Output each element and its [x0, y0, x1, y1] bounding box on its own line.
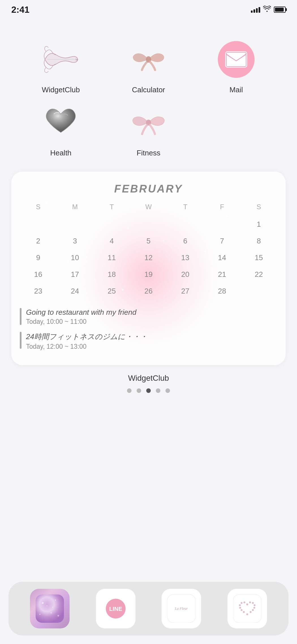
svg-rect-17 — [233, 594, 261, 623]
page-dot-3-active[interactable] — [146, 388, 151, 393]
fitness-icon — [126, 100, 171, 145]
cal-day-28[interactable]: 28 — [204, 283, 240, 299]
dock: LINE La Fleur — [8, 582, 289, 636]
mail-app[interactable]: Mail — [192, 34, 280, 97]
dock-app-glitter[interactable] — [30, 589, 70, 628]
event-content-1: Going to restaurant with my friend Today… — [26, 308, 136, 326]
svg-rect-4 — [36, 594, 64, 623]
health-app[interactable]: Health — [17, 97, 105, 160]
cal-day-14[interactable]: 14 — [204, 249, 240, 266]
svg-point-22 — [239, 607, 241, 609]
cal-day-16-today[interactable]: 16 — [20, 266, 57, 283]
dock-app-line[interactable]: LINE — [96, 589, 135, 628]
svg-point-19 — [244, 602, 245, 603]
calendar-header: S M T W T F S — [20, 201, 277, 213]
battery-icon — [274, 7, 286, 13]
calendar-events: Going to restaurant with my friend Today… — [20, 308, 277, 350]
cal-week-3: 9 10 11 12 13 14 15 — [20, 249, 277, 266]
weekday-sun: S — [20, 201, 57, 213]
cal-day-21[interactable]: 21 — [204, 266, 240, 283]
page-dot-1[interactable] — [127, 388, 132, 393]
cal-day-6[interactable]: 6 — [167, 233, 204, 249]
svg-point-6 — [55, 600, 56, 601]
event-title-2: 24時間フィットネスのジムに・・・ — [26, 332, 147, 342]
wifi-icon — [263, 6, 271, 14]
cal-day-26[interactable]: 26 — [130, 283, 167, 299]
cal-day-13[interactable]: 13 — [167, 249, 204, 266]
cal-day — [130, 216, 167, 233]
app-grid: WidgetClub Calculator — [0, 23, 297, 166]
dock-app-lafleur[interactable]: La Fleur — [162, 589, 201, 628]
svg-point-26 — [250, 611, 251, 613]
cal-day-2[interactable]: 2 — [20, 233, 57, 249]
svg-point-9 — [57, 615, 59, 617]
weekday-thu: T — [167, 201, 204, 213]
svg-point-31 — [249, 602, 251, 603]
cal-day-5[interactable]: 5 — [130, 233, 167, 249]
cal-day-1[interactable]: 1 — [240, 216, 277, 233]
status-time: 2:41 — [11, 5, 29, 15]
cal-day — [57, 216, 93, 233]
cal-day-3[interactable]: 3 — [57, 233, 93, 249]
event-time-1: Today, 10:00 ~ 11:00 — [26, 318, 136, 326]
svg-point-25 — [246, 613, 248, 615]
svg-point-30 — [252, 602, 254, 604]
calendar-month: FEBRUARY — [20, 183, 277, 195]
event-content-2: 24時間フィットネスのジムに・・・ Today, 12:00 ~ 13:00 — [26, 332, 147, 350]
status-icons — [251, 6, 286, 14]
calendar-widget: ✦ ✦ ✦ ✦ ✦ ✦ ✦ ✦ ✦ ✦ ✦ ✦ FEBRUARY S M T W… — [11, 172, 286, 365]
calculator-app[interactable]: Calculator — [105, 34, 192, 97]
fitness-app[interactable]: Fitness — [105, 97, 192, 160]
page-dots — [0, 388, 297, 393]
cal-day-12[interactable]: 12 — [130, 249, 167, 266]
cal-day — [20, 216, 57, 233]
cal-day-23[interactable]: 23 — [20, 283, 57, 299]
cal-week-5: 23 24 25 26 27 28 — [20, 283, 277, 299]
calculator-label: Calculator — [132, 85, 165, 94]
page-dot-2[interactable] — [137, 388, 141, 393]
cal-day-20[interactable]: 20 — [167, 266, 204, 283]
cal-day — [167, 216, 204, 233]
cal-day-10[interactable]: 10 — [57, 249, 93, 266]
event-bar-1 — [20, 308, 21, 325]
cal-day-22[interactable]: 22 — [240, 266, 277, 283]
weekday-fri: F — [204, 201, 240, 213]
weekday-sat: S — [240, 201, 277, 213]
health-icon — [38, 100, 83, 145]
svg-point-7 — [51, 612, 52, 614]
cal-day-11[interactable]: 11 — [93, 249, 130, 266]
cal-day-19[interactable]: 19 — [130, 266, 167, 283]
cal-day-27[interactable]: 27 — [167, 283, 204, 299]
cal-day — [93, 216, 130, 233]
cal-week-4: 16 17 18 19 20 21 22 — [20, 266, 277, 283]
cal-day-7[interactable]: 7 — [204, 233, 240, 249]
svg-point-24 — [243, 611, 245, 613]
cal-day-24[interactable]: 24 — [57, 283, 93, 299]
event-title-1: Going to restaurant with my friend — [26, 308, 136, 317]
svg-point-8 — [39, 614, 40, 615]
calculator-icon — [126, 37, 171, 82]
event-1[interactable]: Going to restaurant with my friend Today… — [20, 308, 277, 326]
cal-day-15[interactable]: 15 — [240, 249, 277, 266]
cal-day-18[interactable]: 18 — [93, 266, 130, 283]
cal-day-9[interactable]: 9 — [20, 249, 57, 266]
weekday-tue: T — [93, 201, 130, 213]
svg-text:La Fleur: La Fleur — [175, 606, 188, 611]
cal-day-8[interactable]: 8 — [240, 233, 277, 249]
svg-point-23 — [241, 609, 242, 611]
widgetclub-app[interactable]: WidgetClub — [17, 34, 105, 97]
cal-day-4[interactable]: 4 — [93, 233, 130, 249]
svg-point-11 — [52, 607, 53, 608]
event-2[interactable]: 24時間フィットネスのジムに・・・ Today, 12:00 ~ 13:00 — [20, 332, 277, 350]
cal-week-2: 2 3 4 5 6 7 8 — [20, 233, 277, 249]
page-dot-5[interactable] — [165, 388, 170, 393]
widgetclub-icon — [38, 37, 83, 82]
page-dot-4[interactable] — [156, 388, 160, 393]
cal-week-1: 1 — [20, 216, 277, 233]
calendar-grid: S M T W T F S 1 2 3 4 5 6 7 8 — [20, 201, 277, 299]
dock-app-heart-pearl[interactable] — [227, 589, 267, 628]
widgetclub-footer-label: WidgetClub — [0, 374, 297, 383]
cal-day-17[interactable]: 17 — [57, 266, 93, 283]
svg-point-5 — [42, 602, 44, 604]
cal-day-25[interactable]: 25 — [93, 283, 130, 299]
